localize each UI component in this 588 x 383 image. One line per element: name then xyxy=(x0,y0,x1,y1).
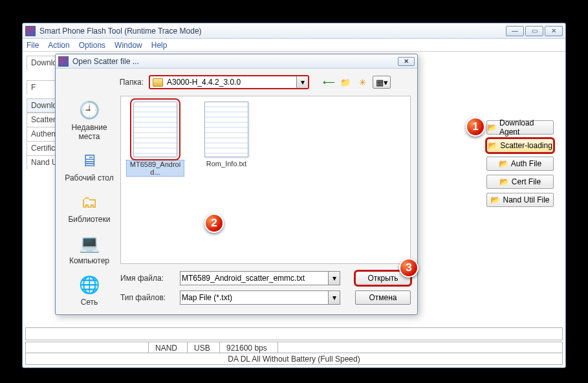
dialog-close-button[interactable]: ✕ xyxy=(398,57,415,66)
computer-icon: 💻 xyxy=(76,232,102,255)
status-bar: NAND USB 921600 bps DA DL All Without Ba… xyxy=(25,327,563,367)
status-usb: USB xyxy=(188,342,220,353)
folder-icon: 📂 xyxy=(487,123,497,132)
folder-icon: 📂 xyxy=(490,195,500,204)
folder-label: Папка: xyxy=(111,78,144,87)
nand-util-button[interactable]: 📂Nand Util File xyxy=(486,193,554,207)
place-desktop[interactable]: 🖥Рабочий стол xyxy=(61,149,117,182)
file-item-rominfo[interactable]: Rom_Info.txt xyxy=(197,102,256,168)
chevron-down-icon[interactable]: ▾ xyxy=(328,272,340,285)
open-file-dialog: Open Scatter file ... ✕ Папка: A3000-H_4… xyxy=(55,54,418,315)
scatter-loading-button[interactable]: 📂Scatter-loading xyxy=(486,138,554,153)
download-agent-button[interactable]: 📂Download Agent xyxy=(486,120,554,135)
dialog-icon xyxy=(58,56,69,67)
progress-bar xyxy=(25,327,563,340)
minimize-button[interactable]: — xyxy=(506,26,524,36)
up-folder-icon[interactable]: 📁 xyxy=(339,76,352,89)
place-recent[interactable]: 🕘Недавние места xyxy=(61,98,117,141)
desktop-icon: 🖥 xyxy=(76,149,102,172)
back-icon[interactable]: ⟵ xyxy=(322,76,335,89)
place-libraries[interactable]: 🗂Библиотеки xyxy=(61,190,117,224)
file-list[interactable]: MT6589_Android... Rom_Info.txt xyxy=(120,96,411,264)
annotation-badge-2: 2 xyxy=(204,213,224,233)
maximize-button[interactable]: ▭ xyxy=(525,26,543,36)
dialog-title: Open Scatter file ... xyxy=(72,57,398,66)
folder-icon: 📂 xyxy=(499,159,508,168)
file-name-input[interactable]: MT6589_Android_scatter_emmc.txt▾ xyxy=(180,271,340,285)
app-icon xyxy=(25,26,36,36)
status-mode: DA DL All Without Battery (Full Speed) xyxy=(25,353,563,365)
cert-file-button[interactable]: 📂Cert File xyxy=(486,175,554,189)
file-thumb-icon xyxy=(204,102,248,157)
network-icon: 🌐 xyxy=(76,273,102,296)
annotation-badge-1: 1 xyxy=(466,117,485,137)
folder-combo[interactable]: A3000-H_4.4.2_3.0.0 ▾ xyxy=(149,75,309,89)
chevron-down-icon[interactable]: ▾ xyxy=(328,291,340,304)
view-menu-icon[interactable]: ▦▾ xyxy=(373,76,391,89)
places-bar: 🕘Недавние места 🖥Рабочий стол 🗂Библиотек… xyxy=(60,98,119,307)
place-network[interactable]: 🌐Сеть xyxy=(61,273,117,307)
menu-help[interactable]: Help xyxy=(151,41,168,50)
recent-icon: 🕘 xyxy=(76,98,102,122)
folder-name: A3000-H_4.4.2_3.0.0 xyxy=(166,78,296,87)
auth-file-button[interactable]: 📂Auth File xyxy=(486,157,554,171)
status-baud: 921600 bps xyxy=(220,342,278,353)
cancel-button[interactable]: Отмена xyxy=(355,290,411,305)
title-bar: Smart Phone Flash Tool (Runtime Trace Mo… xyxy=(23,23,565,39)
status-nand: NAND xyxy=(149,342,188,353)
menu-window[interactable]: Window xyxy=(114,41,142,50)
file-name-label: Rom_Info.txt xyxy=(197,160,256,168)
file-name-field-label: Имя файла: xyxy=(120,274,175,283)
chevron-down-icon[interactable]: ▾ xyxy=(296,76,308,88)
libraries-icon: 🗂 xyxy=(76,190,102,213)
menu-file[interactable]: File xyxy=(27,41,39,50)
menu-bar: File Action Options Window Help xyxy=(23,39,565,52)
annotation-badge-3: 3 xyxy=(399,258,419,278)
close-button[interactable]: ✕ xyxy=(545,26,563,36)
file-type-field-label: Тип файлов: xyxy=(120,293,175,302)
file-type-combo[interactable]: Map File (*.txt)▾ xyxy=(180,290,340,305)
folder-icon xyxy=(153,78,163,87)
menu-action[interactable]: Action xyxy=(48,41,69,50)
file-name-label: MT6589_Android... xyxy=(126,160,184,177)
folder-icon: 📂 xyxy=(488,141,497,150)
file-item-scatter[interactable]: MT6589_Android... xyxy=(126,102,184,177)
new-folder-icon[interactable]: ✳ xyxy=(356,76,369,89)
menu-options[interactable]: Options xyxy=(79,41,105,50)
file-thumb-icon xyxy=(133,102,177,157)
folder-icon: 📂 xyxy=(499,177,509,186)
place-computer[interactable]: 💻Компьютер xyxy=(61,232,117,265)
window-title: Smart Phone Flash Tool (Runtime Trace Mo… xyxy=(39,27,506,36)
